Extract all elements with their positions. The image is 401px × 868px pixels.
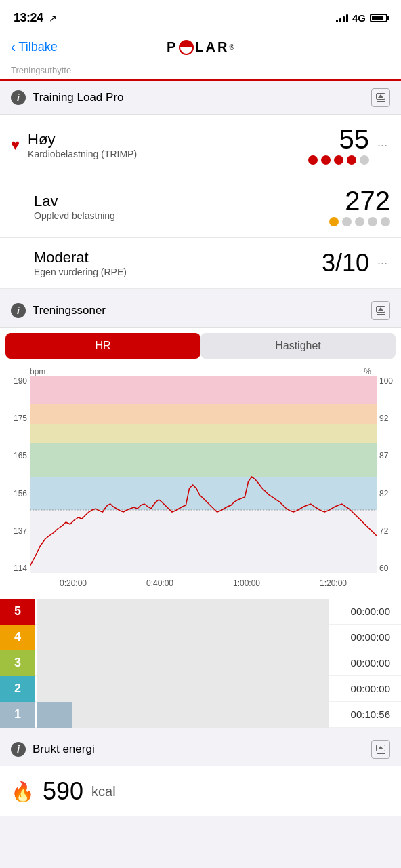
y-left-3: 156 (14, 489, 27, 498)
brukt-energi-title: Brukt energi (33, 743, 95, 756)
back-chevron-icon: ‹ (11, 40, 16, 55)
zone-2-label: 2 (0, 676, 35, 702)
zone-3-number: 3 (14, 656, 21, 670)
zone-4-track (37, 625, 329, 650)
card-moderat-level: Moderat (34, 249, 127, 267)
zone-5-track (37, 599, 329, 625)
dot-lav-4 (368, 217, 377, 226)
card-hoy-right: 55 ··· (308, 125, 390, 165)
zone-row-1: 1 00:10:56 (0, 702, 401, 728)
zone-1-time: 00:10:56 (329, 709, 390, 720)
y-right-5: 60 (379, 564, 388, 573)
x-label-4: 1:20:00 (320, 578, 347, 588)
zone-3-label: 3 (0, 650, 35, 676)
card-hoy: ♥ Høy Kardiobelastning (TRIMP) 55 ··· (0, 115, 401, 176)
status-time: 13:24 (14, 11, 43, 24)
card-moderat-subtitle: Egen vurdering (RPE) (34, 267, 127, 277)
location-arrow-icon: ↗ (49, 13, 57, 24)
chart-x-labels: 0:20:00 0:40:00 1:00:00 1:20:00 (30, 573, 377, 593)
brukt-energi-info-icon[interactable]: i (11, 742, 26, 757)
card-lav-level: Lav (34, 193, 115, 210)
brukt-energi-header-left: i Brukt energi (11, 742, 95, 757)
card-lav-subtitle: Opplevd belastning (34, 210, 115, 221)
zone-1-fill (37, 702, 72, 728)
dot-lav-1 (329, 217, 339, 226)
training-load-pro-header: i Training Load Pro (0, 81, 401, 115)
card-lav-text: Lav Opplevd belastning (34, 193, 115, 221)
polar-logo: P LAR ® (167, 39, 234, 55)
zone-2-time: 00:00:00 (329, 683, 390, 694)
nav-bar: ‹ Tilbake P LAR ® (0, 34, 401, 62)
dot-lav-2 (342, 217, 352, 226)
dot-lav-5 (381, 217, 390, 226)
brukt-energi-export-button[interactable] (371, 740, 390, 759)
signal-icon (336, 13, 348, 22)
chart-wrapper: 190 175 165 156 137 114 100 92 87 82 72 … (5, 376, 396, 593)
zone-1-number: 1 (14, 707, 21, 722)
brukt-energi-header: i Brukt energi (0, 728, 401, 766)
card-lav-value: 272 (329, 187, 390, 214)
treningssoner-info-icon[interactable]: i (11, 303, 26, 318)
card-lav-dots (329, 217, 390, 226)
card-moderat-left: Moderat Egen vurdering (RPE) (11, 249, 127, 277)
card-hoy-dots (308, 155, 369, 165)
card-hoy-text: Høy Kardiobelastning (TRIMP) (28, 131, 137, 159)
treningssoner-header-left: i Treningssoner (11, 303, 106, 318)
x-label-3: 1:00:00 (233, 578, 260, 588)
card-moderat-value: 3/10 (322, 249, 369, 277)
zone-2-number: 2 (14, 682, 21, 696)
flame-icon: 🔥 (11, 781, 35, 803)
y-left-5: 114 (14, 564, 27, 573)
hastighet-tab[interactable]: Hastighet (200, 333, 396, 359)
treningssoner-header: i Treningssoner (0, 289, 401, 328)
status-right-area: 4G (336, 12, 387, 24)
zone-4-time: 00:00:00 (329, 631, 390, 643)
y-left-2: 165 (14, 451, 27, 460)
card-hoy-subtitle: Kardiobelastning (TRIMP) (28, 149, 137, 159)
heart-icon: ♥ (11, 136, 20, 154)
treningssoner-export-button[interactable] (371, 301, 390, 320)
card-hoy-ellipsis[interactable]: ··· (375, 138, 390, 153)
back-button[interactable]: ‹ Tilbake (11, 40, 58, 55)
dot-5 (360, 155, 369, 165)
card-hoy-left: ♥ Høy Kardiobelastning (TRIMP) (11, 131, 137, 159)
zone-row-3: 3 00:00:00 (0, 650, 401, 676)
zone-row-5: 5 00:00:00 (0, 599, 401, 625)
x-label-2: 0:40:00 (146, 578, 173, 588)
back-label: Tilbake (18, 40, 57, 54)
training-load-pro-title: Training Load Pro (33, 91, 124, 104)
info-icon[interactable]: i (11, 90, 26, 105)
zone-2-track (37, 676, 329, 702)
battery-icon (370, 14, 387, 22)
card-hoy-value-col: 55 (308, 125, 369, 165)
dot-lav-3 (355, 217, 364, 226)
y-axis-right: 100 92 87 82 72 60 (377, 376, 396, 573)
card-moderat: Moderat Egen vurdering (RPE) 3/10 ··· (0, 238, 401, 289)
zone-5-number: 5 (14, 604, 21, 618)
breadcrumb: Treningsutbytte (0, 62, 401, 81)
zone-row-2: 2 00:00:00 (0, 676, 401, 702)
brukt-energi-value: 590 (43, 777, 83, 806)
export-button[interactable] (371, 88, 390, 107)
y-right-0: 100 (379, 376, 393, 386)
zone-5-label: 5 (0, 599, 35, 625)
chart-area (30, 376, 377, 573)
card-lav-left: Lav Opplevd belastning (11, 193, 115, 221)
hr-tab[interactable]: HR (5, 333, 200, 359)
y-right-2: 87 (379, 451, 388, 460)
y-axis-right-label: % (364, 367, 371, 376)
zone-1-track (37, 702, 329, 728)
toggle-row: HR Hastighet (0, 328, 401, 364)
card-moderat-text: Moderat Egen vurdering (RPE) (34, 249, 127, 277)
dot-3 (334, 155, 343, 165)
card-hoy-level: Høy (28, 131, 137, 149)
status-bar: 13:24 ↗ 4G (0, 0, 401, 34)
polar-circle-icon (179, 40, 194, 55)
chart-container: bpm % 190 175 165 156 137 114 100 92 87 … (0, 364, 401, 599)
dot-1 (308, 155, 318, 165)
y-left-1: 175 (14, 414, 27, 423)
y-right-4: 72 (379, 526, 388, 536)
zone-4-label: 4 (0, 625, 35, 650)
card-moderat-ellipsis[interactable]: ··· (375, 256, 390, 271)
treningssoner-title: Treningssoner (33, 304, 106, 317)
